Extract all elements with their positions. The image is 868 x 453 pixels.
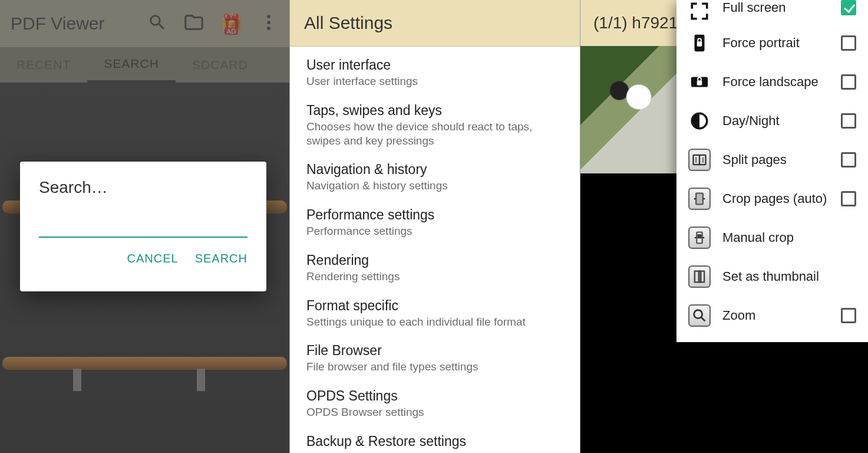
fullscreen-icon: [688, 0, 711, 22]
page-indicator: (1/1) h7921: [593, 14, 678, 32]
view-option-crop-auto[interactable]: Crop pages (auto): [676, 179, 868, 218]
view-options-menu: Full screenForce portraitForce landscape…: [676, 0, 868, 342]
landscape-lock-icon: [688, 71, 711, 93]
cancel-button[interactable]: CANCEL: [127, 252, 179, 265]
settings-item[interactable]: Navigation & historyNavigation & history…: [290, 156, 580, 201]
view-option-label: Zoom: [722, 308, 829, 323]
search-button[interactable]: SEARCH: [195, 252, 247, 265]
dialog-title: Search…: [39, 178, 247, 197]
view-option-label: Force portrait: [722, 35, 829, 51]
checkbox[interactable]: [841, 152, 856, 168]
view-option-label: Split pages: [722, 152, 829, 168]
zoom-icon: [688, 304, 711, 327]
search-dialog: Search… CANCEL SEARCH: [20, 162, 266, 291]
settings-item-title: Backup & Restore settings: [306, 434, 563, 449]
day-night-icon: [688, 110, 711, 132]
split-pages-icon: [688, 149, 711, 171]
settings-item[interactable]: RenderingRendering settings: [290, 247, 580, 292]
settings-item-subtitle: Navigation & history settings: [306, 179, 563, 193]
reader-panel: (1/1) h7921 Full screenForce portraitFor…: [580, 0, 868, 453]
settings-list[interactable]: User interfaceUser interface settingsTap…: [290, 47, 580, 453]
view-option-label: Full screen: [722, 0, 829, 15]
view-option-portrait-lock[interactable]: Force portrait: [676, 24, 868, 63]
checkbox[interactable]: [841, 113, 856, 129]
settings-item-title: Format specific: [306, 298, 563, 314]
svg-rect-12: [696, 193, 703, 205]
settings-item[interactable]: File BrowserFile browser and file types …: [290, 337, 580, 382]
view-option-landscape-lock[interactable]: Force landscape: [676, 63, 868, 101]
document-page-image[interactable]: [580, 46, 678, 173]
portrait-lock-icon: [688, 32, 711, 54]
view-option-crop-manual[interactable]: Manual crop: [676, 218, 868, 257]
checkbox[interactable]: [841, 308, 856, 323]
settings-item[interactable]: User interfaceUser interface settings: [290, 51, 580, 97]
checkbox[interactable]: [841, 35, 856, 51]
settings-item-subtitle: Chooses how the device should react to t…: [306, 120, 563, 148]
svg-point-21: [694, 310, 702, 319]
settings-item-title: OPDS Settings: [306, 388, 563, 404]
view-option-thumbnail[interactable]: Set as thumbnail: [676, 257, 868, 296]
crop-manual-icon: [688, 226, 711, 249]
settings-item-subtitle: Performance settings: [306, 224, 563, 238]
svg-rect-6: [697, 80, 702, 86]
view-option-label: Crop pages (auto): [722, 191, 829, 206]
settings-item[interactable]: Backup & Restore settingsBackup and rest…: [290, 428, 580, 453]
settings-item[interactable]: Performance settingsPerformance settings: [290, 201, 580, 247]
settings-item[interactable]: OPDS SettingsOPDS Browser settings: [290, 382, 580, 428]
settings-item-subtitle: Rendering settings: [306, 270, 563, 284]
thumbnail-icon: [688, 265, 711, 288]
view-option-label: Day/Night: [722, 113, 829, 129]
view-option-day-night[interactable]: Day/Night: [676, 101, 868, 140]
view-option-label: Force landscape: [722, 74, 829, 90]
view-option-label: Manual crop: [722, 230, 856, 245]
checkbox[interactable]: [841, 191, 856, 206]
checkbox[interactable]: [841, 74, 856, 90]
svg-rect-16: [698, 235, 701, 238]
settings-item-subtitle: File browser and file types settings: [306, 360, 563, 374]
view-option-label: Set as thumbnail: [722, 269, 856, 284]
settings-item[interactable]: Taps, swipes and keysChooses how the dev…: [290, 97, 580, 156]
settings-header: All Settings: [290, 0, 580, 47]
view-option-split-pages[interactable]: Split pages: [676, 140, 868, 179]
settings-item-subtitle: Backup and restore preferences: [306, 451, 563, 453]
search-input[interactable]: [39, 216, 247, 238]
svg-rect-4: [697, 41, 702, 47]
svg-line-22: [701, 317, 705, 321]
view-option-fullscreen[interactable]: Full screen: [676, 0, 868, 24]
settings-item-title: Performance settings: [306, 207, 563, 223]
settings-item-subtitle: User interface settings: [306, 74, 563, 88]
svg-rect-20: [699, 271, 701, 283]
settings-item-title: File Browser: [306, 343, 563, 359]
settings-item-subtitle: Settings unique to each individual file …: [306, 315, 563, 329]
settings-panel: All Settings User interfaceUser interfac…: [289, 0, 580, 453]
pdf-viewer-panel: PDF Viewer 🎁 AD RECENT SEARCH SDCARD Sea…: [0, 0, 289, 453]
settings-item-subtitle: OPDS Browser settings: [306, 405, 563, 419]
crop-auto-icon: [688, 188, 711, 210]
settings-item-title: Taps, swipes and keys: [306, 103, 563, 119]
checkbox[interactable]: [841, 0, 856, 15]
settings-item-title: User interface: [306, 57, 563, 73]
settings-item-title: Navigation & history: [306, 162, 563, 178]
settings-item[interactable]: Format specificSettings unique to each i…: [290, 292, 580, 337]
settings-item-title: Rendering: [306, 252, 563, 268]
view-option-zoom[interactable]: Zoom: [676, 296, 868, 335]
